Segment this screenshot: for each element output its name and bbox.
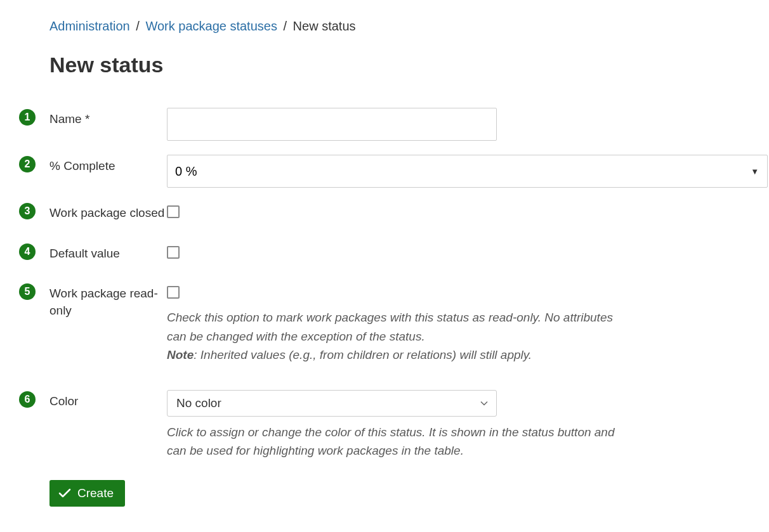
field-number-badge: 6	[19, 391, 36, 408]
field-number-badge: 2	[19, 156, 36, 172]
breadcrumb-separator: /	[136, 19, 140, 33]
note-text: : Inherited values (e.g., from children …	[194, 348, 532, 361]
wp-readonly-checkbox[interactable]	[167, 286, 180, 299]
field-number-badge: 5	[19, 283, 36, 300]
default-value-checkbox[interactable]	[167, 246, 180, 259]
name-input[interactable]	[167, 108, 497, 141]
help-text-line: Click to assign or change the color of t…	[167, 425, 615, 457]
field-label-default-value: Default value	[49, 242, 167, 263]
field-number-badge: 1	[19, 109, 36, 126]
color-help: Click to assign or change the color of t…	[167, 423, 624, 460]
help-text-line: Check this option to mark work packages …	[167, 311, 613, 342]
breadcrumb-separator: /	[283, 19, 287, 33]
wp-closed-checkbox[interactable]	[167, 205, 180, 218]
check-icon	[58, 488, 71, 498]
field-label-wp-readonly: Work package read-only	[49, 282, 167, 319]
breadcrumb-link-administration[interactable]: Administration	[49, 19, 130, 33]
wp-readonly-help: Check this option to mark work packages …	[167, 308, 624, 364]
breadcrumb-link-work-package-statuses[interactable]: Work package statuses	[145, 19, 277, 33]
page-title: New status	[49, 53, 768, 77]
note-label: Note	[167, 348, 194, 361]
field-label-wp-closed: Work package closed	[49, 202, 167, 222]
create-button[interactable]: Create	[49, 480, 125, 507]
color-select[interactable]: No color	[167, 390, 497, 417]
create-button-label: Create	[77, 486, 114, 500]
form-row-wp-closed: 3 Work package closed	[19, 202, 768, 222]
breadcrumb: Administration / Work package statuses /…	[49, 19, 768, 34]
form-row-name: 1 Name *	[19, 108, 768, 141]
color-select-value: No color	[176, 396, 221, 410]
field-label-name: Name *	[49, 108, 167, 128]
form-row-percent-complete: 2 % Complete 0 % ▼	[19, 155, 768, 188]
field-label-percent-complete: % Complete	[49, 155, 167, 175]
form-row-default-value: 4 Default value	[19, 242, 768, 263]
breadcrumb-current: New status	[293, 19, 356, 33]
form-row-color: 6 Color No color Click to assign or chan…	[19, 390, 768, 460]
field-number-badge: 3	[19, 203, 36, 219]
form-row-wp-readonly: 5 Work package read-only Check this opti…	[19, 282, 768, 364]
field-label-color: Color	[49, 390, 167, 410]
percent-complete-select[interactable]: 0 %	[167, 155, 768, 188]
field-number-badge: 4	[19, 243, 36, 260]
